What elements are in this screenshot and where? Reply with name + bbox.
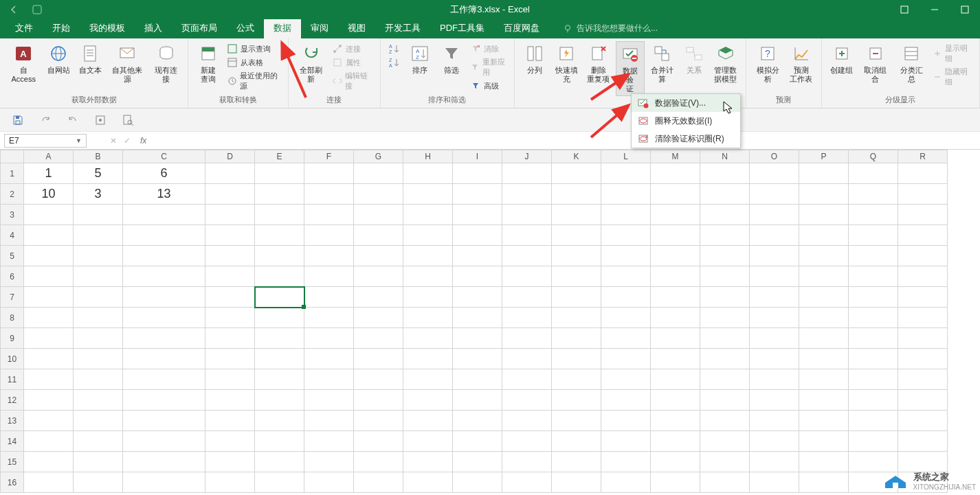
cell-O3[interactable] [750, 205, 799, 225]
cell-A5[interactable] [24, 246, 74, 266]
cell-A8[interactable] [24, 308, 74, 328]
cell-M13[interactable] [651, 411, 700, 431]
cell-Q11[interactable] [849, 369, 898, 390]
cell-A11[interactable] [24, 369, 74, 390]
cell-L7[interactable] [601, 287, 651, 308]
cell-A4[interactable] [24, 225, 74, 246]
tell-me-input[interactable]: 告诉我您想要做什么... [563, 23, 658, 38]
cell-B4[interactable] [74, 225, 123, 246]
cell-H6[interactable] [403, 266, 453, 287]
cell-O4[interactable] [750, 225, 799, 246]
cell-G7[interactable] [354, 287, 403, 308]
cell-K12[interactable] [552, 390, 601, 411]
cell-J8[interactable] [502, 308, 552, 328]
cell-P6[interactable] [799, 266, 849, 287]
column-header-O[interactable]: O [750, 150, 799, 163]
cell-R3[interactable] [898, 205, 948, 225]
remove-duplicates-button[interactable]: 删除 重复项 [584, 41, 613, 85]
cell-K10[interactable] [552, 349, 601, 369]
cell-M14[interactable] [651, 431, 700, 452]
cell-R1[interactable] [898, 163, 948, 184]
cell-A10[interactable] [24, 349, 74, 369]
cell-I2[interactable] [453, 184, 502, 205]
cell-J1[interactable] [502, 163, 552, 184]
tab-review[interactable]: 审阅 [301, 18, 338, 38]
cell-I10[interactable] [453, 349, 502, 369]
cell-K2[interactable] [552, 184, 601, 205]
row-header-2[interactable]: 2 [1, 184, 24, 205]
cell-D4[interactable] [205, 225, 255, 246]
cell-I11[interactable] [453, 369, 502, 390]
row-header-7[interactable]: 7 [1, 287, 24, 308]
tab-layout[interactable]: 页面布局 [172, 18, 227, 38]
touch-mode-button[interactable] [92, 112, 109, 128]
cell-O10[interactable] [750, 349, 799, 369]
cell-P8[interactable] [799, 308, 849, 328]
cell-H10[interactable] [403, 349, 453, 369]
cell-E2[interactable] [255, 184, 304, 205]
cell-Q14[interactable] [849, 431, 898, 452]
cell-J11[interactable] [502, 369, 552, 390]
flash-fill-button[interactable]: 快速填充 [552, 41, 581, 85]
cell-C8[interactable] [123, 308, 205, 328]
from-web-button[interactable]: 自网站 [44, 41, 73, 76]
cell-G14[interactable] [354, 431, 403, 452]
from-table-button[interactable]: 从表格 [225, 56, 282, 69]
cell-P5[interactable] [799, 246, 849, 266]
cell-H3[interactable] [403, 205, 453, 225]
advanced-filter-button[interactable]: 高级 [469, 80, 509, 92]
cell-O16[interactable] [750, 472, 799, 493]
cell-D12[interactable] [205, 390, 255, 411]
cell-D15[interactable] [205, 452, 255, 472]
cell-B6[interactable] [74, 266, 123, 287]
cell-G1[interactable] [354, 163, 403, 184]
cell-R8[interactable] [898, 308, 948, 328]
cell-N11[interactable] [700, 369, 750, 390]
cell-G5[interactable] [354, 246, 403, 266]
cell-H12[interactable] [403, 390, 453, 411]
column-header-H[interactable]: H [403, 150, 453, 163]
cell-P10[interactable] [799, 349, 849, 369]
cell-F13[interactable] [304, 411, 354, 431]
cell-E10[interactable] [255, 349, 304, 369]
cell-B10[interactable] [74, 349, 123, 369]
cell-I1[interactable] [453, 163, 502, 184]
cell-O2[interactable] [750, 184, 799, 205]
cell-B11[interactable] [74, 369, 123, 390]
cell-P1[interactable] [799, 163, 849, 184]
cell-B15[interactable] [74, 452, 123, 472]
cell-D11[interactable] [205, 369, 255, 390]
cell-M11[interactable] [651, 369, 700, 390]
cell-C5[interactable] [123, 246, 205, 266]
undo-button[interactable] [65, 112, 81, 128]
cell-E12[interactable] [255, 390, 304, 411]
cell-A12[interactable] [24, 390, 74, 411]
cell-N3[interactable] [700, 205, 750, 225]
cell-C7[interactable] [123, 287, 205, 308]
tab-baidu[interactable]: 百度网盘 [494, 18, 549, 38]
name-box-dropdown-icon[interactable]: ▼ [76, 137, 82, 144]
cell-A9[interactable] [24, 328, 74, 349]
cell-D13[interactable] [205, 411, 255, 431]
cell-E8[interactable] [255, 308, 304, 328]
cell-P15[interactable] [799, 452, 849, 472]
cell-M2[interactable] [651, 184, 700, 205]
column-header-A[interactable]: A [24, 150, 74, 163]
cell-H2[interactable] [403, 184, 453, 205]
cell-L9[interactable] [601, 328, 651, 349]
cell-I3[interactable] [453, 205, 502, 225]
cell-P9[interactable] [799, 328, 849, 349]
cell-F11[interactable] [304, 369, 354, 390]
cell-E15[interactable] [255, 452, 304, 472]
cell-Q4[interactable] [849, 225, 898, 246]
show-queries-button[interactable]: 显示查询 [225, 43, 282, 55]
cell-N14[interactable] [700, 431, 750, 452]
cell-N13[interactable] [700, 411, 750, 431]
tab-formulas[interactable]: 公式 [227, 18, 264, 38]
tab-data[interactable]: 数据 [264, 18, 301, 38]
row-header-12[interactable]: 12 [1, 390, 24, 411]
cell-N6[interactable] [700, 266, 750, 287]
cell-K15[interactable] [552, 452, 601, 472]
cell-J12[interactable] [502, 390, 552, 411]
cell-J3[interactable] [502, 205, 552, 225]
